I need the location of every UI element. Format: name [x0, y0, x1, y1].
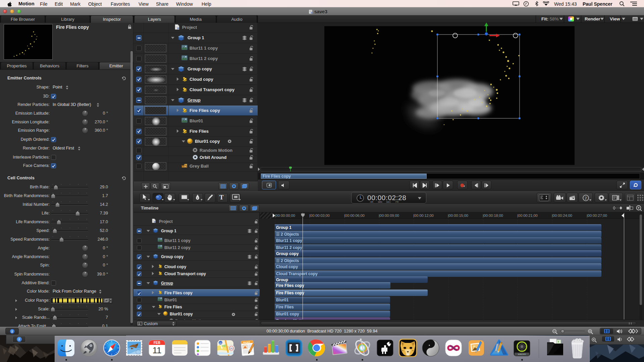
svg-text:280: 280: [219, 342, 222, 344]
svg-text:3D: 3D: [230, 347, 233, 350]
svg-text:FEB: FEB: [154, 341, 160, 345]
svg-text:wacom: wacom: [518, 353, 526, 356]
svg-text:2: 2: [585, 196, 587, 200]
svg-text:11: 11: [153, 345, 162, 355]
